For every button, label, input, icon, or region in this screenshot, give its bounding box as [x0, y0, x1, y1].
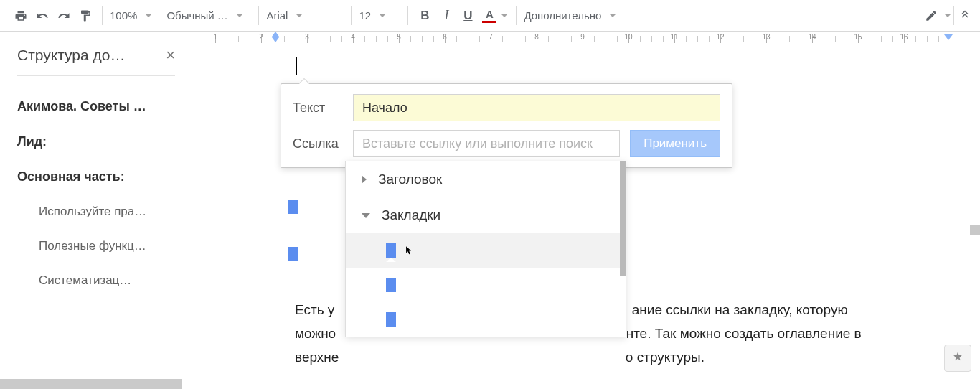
link-text-input[interactable]: [353, 94, 720, 121]
horizontal-scrollbar[interactable]: [0, 379, 182, 389]
triangle-down-icon: [362, 213, 370, 218]
format-paint-icon[interactable]: [77, 8, 93, 24]
text-color-button[interactable]: A: [481, 8, 497, 24]
outline-subitem[interactable]: Используйте пра…: [17, 194, 175, 229]
insert-link-dialog: Текст Ссылка Применить: [281, 83, 732, 168]
fontsize-value: 12: [359, 9, 371, 22]
apply-button[interactable]: Применить: [630, 130, 720, 157]
undo-icon[interactable]: [34, 8, 50, 24]
outline-subitem[interactable]: Систематизац…: [17, 263, 175, 298]
bookmark-icon: [386, 312, 396, 327]
document-column: 12345678910111213141516 Есть у ание ссыл…: [184, 32, 980, 389]
outline-item[interactable]: Основная часть:: [17, 159, 175, 194]
bookmark-icon[interactable]: [288, 247, 298, 264]
zoom-dropdown[interactable]: 100%: [105, 5, 156, 27]
document-page[interactable]: Есть у ание ссылки на закладку, которую …: [202, 47, 980, 389]
cursor-pointer-icon: [403, 243, 413, 258]
underline-button[interactable]: U: [460, 8, 476, 24]
suggestion-heading-section[interactable]: Заголовок: [346, 161, 626, 197]
bookmark-icon: [386, 278, 396, 292]
sidebar-title: Структура до…: [17, 47, 125, 64]
chevron-down-icon: [296, 14, 302, 17]
fontsize-dropdown[interactable]: 12: [354, 5, 405, 27]
document-text: нте. Так можно создать оглавление в: [626, 326, 862, 341]
bold-button[interactable]: В: [417, 8, 433, 24]
right-margin-marker[interactable]: [944, 34, 958, 44]
link-suggestions-box: Заголовок Закладки: [345, 161, 626, 337]
outline-sidebar: Структура до… × Акимова. Советы … Лид: О…: [0, 32, 184, 389]
chevron-down-icon: [610, 14, 616, 17]
close-outline-icon[interactable]: ×: [166, 46, 175, 65]
more-dropdown[interactable]: Дополнительно: [519, 5, 620, 27]
outline-item[interactable]: Акимова. Советы …: [17, 89, 175, 124]
suggestion-bookmark-item[interactable]: [346, 233, 626, 268]
chevron-down-icon: [501, 14, 507, 17]
chevron-down-icon: [380, 14, 385, 17]
collapse-toolbar-icon[interactable]: [957, 8, 973, 24]
toolbar: 100% Обычный … Arial 12 В I U A Дополнит…: [0, 0, 980, 32]
main-area: Структура до… × Акимова. Советы … Лид: О…: [0, 32, 980, 389]
chevron-down-icon: [237, 14, 242, 17]
dialog-text-label: Текст: [293, 100, 343, 116]
scrollbar-thumb[interactable]: [620, 161, 626, 276]
dialog-link-label: Ссылка: [293, 136, 343, 151]
text-cursor: [296, 57, 297, 75]
document-text: верхне: [295, 350, 339, 365]
outline-subitem[interactable]: Полезные функц…: [17, 229, 175, 263]
triangle-right-icon: [362, 175, 367, 184]
document-text: можно: [295, 326, 336, 341]
font-value: Arial: [266, 9, 288, 22]
document-text: о структуры.: [626, 350, 705, 365]
style-value: Обычный …: [166, 9, 227, 22]
style-dropdown[interactable]: Обычный …: [162, 5, 255, 27]
suggestion-label: Заголовок: [378, 172, 442, 187]
font-dropdown[interactable]: Arial: [262, 5, 348, 27]
link-url-input[interactable]: [353, 130, 620, 157]
scrollbar-thumb[interactable]: [970, 225, 980, 235]
document-text: ание ссылки на закладку, которую: [632, 302, 848, 317]
suggestion-bookmark-item[interactable]: [346, 302, 626, 337]
bookmark-icon[interactable]: [288, 200, 298, 217]
indent-marker[interactable]: [272, 32, 279, 43]
chevron-down-icon: [146, 14, 151, 17]
edit-mode-icon[interactable]: [923, 8, 939, 24]
document-text: Есть у: [295, 302, 334, 317]
more-label: Дополнительно: [524, 9, 601, 22]
suggestion-bookmarks-section[interactable]: Закладки: [346, 197, 626, 233]
print-icon[interactable]: [13, 8, 29, 24]
chevron-down-icon: [945, 14, 951, 17]
ruler[interactable]: 12345678910111213141516: [184, 32, 980, 47]
suggestion-label: Закладки: [382, 207, 440, 223]
outline-item[interactable]: Лид:: [17, 124, 175, 159]
bookmark-icon: [386, 243, 396, 258]
redo-icon[interactable]: [56, 8, 72, 24]
explore-button[interactable]: [944, 345, 971, 372]
zoom-value: 100%: [110, 9, 137, 22]
italic-button[interactable]: I: [438, 8, 454, 24]
suggestion-bookmark-item[interactable]: [346, 268, 626, 302]
